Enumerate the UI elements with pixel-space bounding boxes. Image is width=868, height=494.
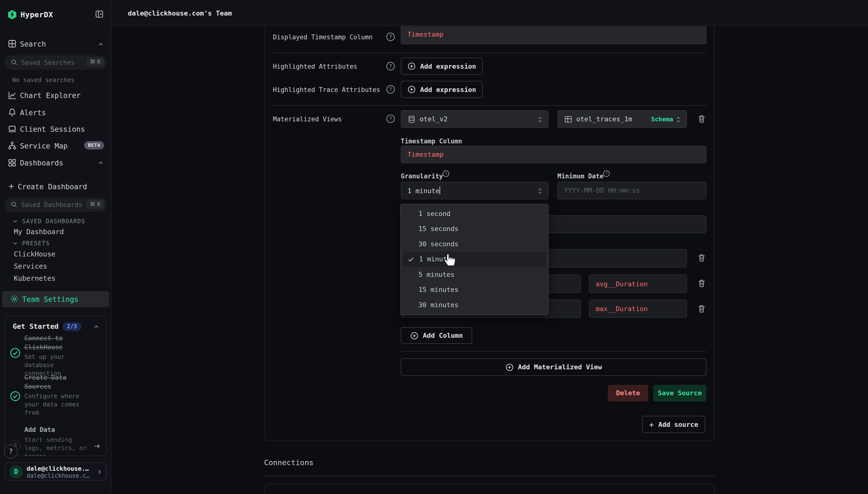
column-alias-input[interactable] — [589, 300, 687, 318]
sidebar-item-clickhouse[interactable]: ClickHouse — [14, 250, 56, 258]
chevron-up-icon[interactable] — [98, 159, 104, 166]
add-expression-button[interactable]: Add expression — [401, 57, 483, 75]
saved-searches-search: ⌘ K — [4, 55, 107, 70]
minimum-date-input[interactable] — [558, 182, 707, 199]
displayed-timestamp-input[interactable] — [401, 26, 707, 44]
svg-text:?: ? — [389, 87, 392, 92]
help-circle-icon[interactable]: ? — [386, 61, 395, 71]
sidebar-item-service-map[interactable]: Service Map BETA — [0, 137, 111, 154]
help-button[interactable]: ? — [4, 444, 18, 458]
save-source-button[interactable]: Save Source — [653, 385, 707, 401]
chevron-up-icon[interactable] — [98, 41, 104, 48]
check-circle-icon — [10, 348, 20, 358]
step-title: Add Data — [24, 426, 92, 434]
progress-badge: 2/3 — [63, 322, 81, 331]
saved-dashboards-section-label: SAVED DASHBOARDS — [22, 217, 85, 224]
sidebar-item-kubernetes[interactable]: Kubernetes — [14, 274, 56, 282]
team-settings-label: Team Settings — [22, 295, 78, 303]
sidebar-item-services[interactable]: Services — [14, 262, 47, 270]
schema-badge[interactable]: Schema — [651, 116, 673, 123]
sidebar-item-label: Chart Explorer — [20, 92, 80, 100]
shortcut-badge: ⌘ K — [86, 200, 104, 209]
help-circle-icon[interactable]: ? — [603, 170, 610, 177]
step-desc: Start sending logs, metrics, or traces — [24, 436, 92, 456]
dropdown-option[interactable]: 1 second — [402, 206, 547, 221]
logo-row: HyperDX — [0, 8, 111, 22]
dropdown-option[interactable]: 5 minutes — [402, 267, 547, 282]
divider — [264, 476, 715, 476]
add-materialized-view-label: Add Materialized View — [518, 363, 602, 371]
add-source-button[interactable]: + Add source — [642, 416, 705, 433]
sidebar-item-team-settings[interactable]: Team Settings — [2, 291, 109, 307]
mv-table-select[interactable]: otel_traces_1m Schema — [558, 110, 687, 128]
svg-text:?: ? — [605, 171, 608, 176]
arrow-right-icon — [93, 442, 101, 450]
delete-button[interactable]: Delete — [608, 385, 649, 401]
add-source-label: Add source — [658, 420, 698, 428]
help-circle-icon[interactable]: ? — [386, 114, 395, 124]
dropdown-option-selected[interactable]: 1 minute — [403, 252, 546, 267]
shortcut-badge: ⌘ K — [86, 57, 104, 66]
gear-icon — [10, 294, 19, 304]
connections-card — [265, 484, 715, 494]
granularity-value: 1 minute — [407, 187, 440, 195]
user-account-button[interactable]: D dale@clickhouse.… dale@clickhouse.c… — [4, 462, 107, 480]
sidebar-item-label: Dashboards — [20, 159, 63, 167]
service-map-icon — [8, 141, 17, 150]
dropdown-option[interactable]: 30 minutes — [402, 297, 547, 312]
chart-explorer-icon — [8, 91, 17, 100]
user-name: dale@clickhouse.… — [27, 465, 89, 472]
create-dashboard-button[interactable]: Create Dashboard — [0, 180, 111, 194]
mv-database-select[interactable]: otel_v2 — [401, 110, 548, 128]
search-section-icon — [8, 39, 17, 48]
sidebar-item-label: Alerts — [20, 108, 46, 116]
granularity-select[interactable]: 1 minute — [401, 182, 548, 199]
sidebar-collapse-icon[interactable] — [95, 10, 103, 18]
sidebar-item-dashboards[interactable]: Dashboards — [0, 154, 111, 171]
table-icon — [564, 115, 572, 124]
dropdown-option[interactable]: 15 minutes — [402, 282, 547, 298]
add-materialized-view-button[interactable]: Add Materialized View — [401, 358, 707, 376]
hyperdx-logo-icon — [7, 10, 17, 20]
trash-icon[interactable] — [697, 304, 707, 314]
sidebar-item-alerts[interactable]: Alerts — [0, 104, 111, 120]
minimum-date-label: Minimum Date — [558, 172, 603, 180]
get-started-title: Get Started — [13, 322, 58, 330]
sidebar-item-chart-explorer[interactable]: Chart Explorer — [0, 87, 111, 103]
trash-icon[interactable] — [697, 279, 707, 288]
dropdown-option[interactable]: 15 seconds — [402, 221, 547, 236]
svg-text:?: ? — [389, 63, 392, 69]
add-column-button[interactable]: Add Column — [401, 327, 472, 344]
plus-icon: + — [649, 420, 654, 429]
user-email: dale@clickhouse.c… — [27, 472, 90, 479]
main-area: dale@clickhouse.com's Team Displayed Tim… — [112, 0, 868, 494]
saved-searches-input[interactable] — [21, 55, 82, 70]
chevron-down-icon[interactable] — [12, 240, 18, 246]
highlighted-trace-attributes-label: Highlighted Trace Attributes — [273, 86, 380, 94]
search-icon — [11, 59, 18, 66]
timestamp-column-input[interactable] — [401, 146, 707, 163]
granularity-dropdown: 1 second 15 seconds 30 seconds 1 minute … — [400, 204, 549, 315]
add-column-label: Add Column — [423, 332, 463, 339]
check-circle-icon — [10, 391, 20, 401]
chevron-up-icon[interactable] — [93, 323, 99, 330]
trash-icon[interactable] — [697, 253, 707, 263]
search-icon — [11, 201, 18, 208]
select-chevrons-icon — [536, 187, 544, 195]
add-expression-button[interactable]: Add expression — [401, 81, 483, 98]
presets-section-label: PRESETS — [22, 240, 50, 246]
trash-icon[interactable] — [697, 115, 707, 124]
help-circle-icon[interactable]: ? — [386, 32, 395, 41]
saved-dashboards-input[interactable] — [21, 198, 82, 212]
help-circle-icon[interactable]: ? — [386, 85, 395, 94]
chevron-down-icon[interactable] — [12, 218, 18, 224]
laptop-icon — [8, 125, 17, 133]
help-circle-icon[interactable]: ? — [442, 170, 449, 177]
sidebar-item-client-sessions[interactable]: Client Sessions — [0, 120, 111, 137]
column-alias-input[interactable] — [589, 275, 687, 293]
divider — [401, 351, 707, 352]
sidebar-item-my-dashboard[interactable]: My Dashboard — [14, 228, 64, 236]
text-cursor — [439, 187, 440, 194]
dropdown-option[interactable]: 30 seconds — [402, 236, 547, 252]
check-icon — [407, 255, 414, 263]
